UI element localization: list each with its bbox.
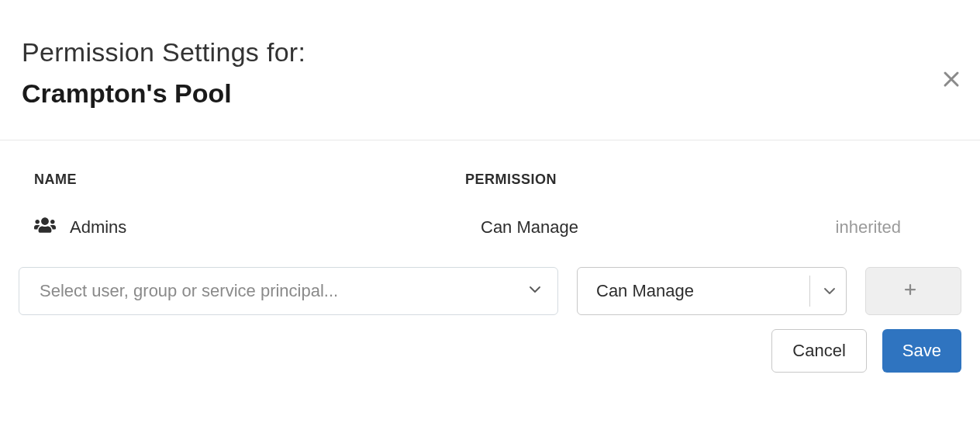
- cell-status: inherited: [768, 217, 946, 238]
- cancel-button[interactable]: Cancel: [771, 329, 866, 373]
- modal-title-prefix: Permission Settings for:: [22, 37, 958, 68]
- save-button[interactable]: Save: [882, 329, 961, 373]
- column-header-permission: PERMISSION: [465, 172, 946, 188]
- principal-select[interactable]: Select user, group or service principal.…: [19, 267, 558, 315]
- permission-level-select[interactable]: Can Manage: [577, 267, 847, 315]
- column-header-name: NAME: [34, 172, 465, 188]
- group-icon: [34, 216, 56, 239]
- principal-select-placeholder: Select user, group or service principal.…: [40, 281, 338, 301]
- table-header-row: NAME PERMISSION: [34, 172, 946, 188]
- permission-level-selected: Can Manage: [596, 281, 694, 301]
- modal-resource-name: Crampton's Pool: [22, 78, 958, 109]
- chevron-down-icon: [528, 281, 542, 301]
- chevron-down-icon: [809, 276, 837, 307]
- add-permission-form: Select user, group or service principal.…: [0, 267, 980, 315]
- principal-name-text: Admins: [70, 217, 126, 238]
- close-button[interactable]: [940, 68, 963, 92]
- table-row: Admins Can Manage inherited: [34, 216, 946, 239]
- cell-principal: Admins: [34, 216, 465, 239]
- cell-permission: Can Manage: [465, 217, 768, 238]
- modal-header: Permission Settings for: Crampton's Pool: [0, 0, 980, 140]
- add-button[interactable]: [865, 267, 961, 315]
- close-icon: [942, 70, 961, 91]
- plus-icon: [903, 281, 917, 301]
- modal-footer: Cancel Save: [0, 315, 980, 373]
- permissions-table: NAME PERMISSION Admins Can Manage inheri…: [0, 140, 980, 239]
- permission-settings-modal: Permission Settings for: Crampton's Pool…: [0, 0, 980, 373]
